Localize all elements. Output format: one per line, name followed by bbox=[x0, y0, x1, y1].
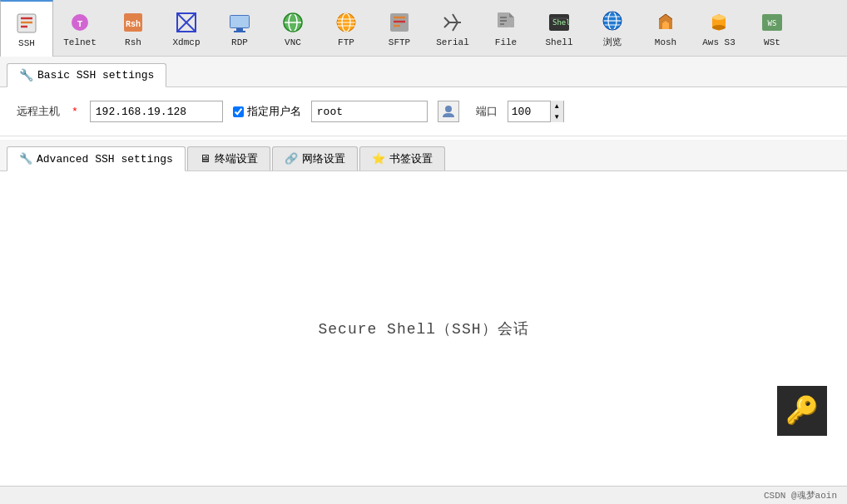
toolbar-mosh[interactable]: Mosh bbox=[639, 0, 692, 56]
toolbar: SSH T Telnet Rsh Rsh Xdmc bbox=[0, 0, 847, 57]
toolbar-ws[interactable]: WS WSt bbox=[745, 0, 799, 56]
svg-point-44 bbox=[712, 15, 726, 20]
svg-text:Rsh: Rsh bbox=[126, 20, 141, 29]
toolbar-serial-label: Serial bbox=[436, 37, 469, 47]
svg-rect-12 bbox=[236, 28, 243, 31]
svg-rect-14 bbox=[230, 16, 249, 27]
toolbar-file[interactable]: File bbox=[479, 0, 532, 56]
toolbar-ws-label: WSt bbox=[764, 37, 780, 47]
toolbar-xdmcp[interactable]: Xdmcp bbox=[160, 0, 213, 56]
svg-point-45 bbox=[712, 25, 726, 30]
shell-icon: Shell bbox=[546, 9, 572, 36]
terminal-label: 终端设置 bbox=[215, 151, 258, 166]
port-label: 端口 bbox=[476, 104, 498, 119]
user-icon-button[interactable] bbox=[438, 101, 459, 122]
center-content: Secure Shell（SSH）会话 🔑 bbox=[0, 171, 847, 486]
toolbar-ftp[interactable]: FTP bbox=[319, 0, 373, 56]
watermark-text: CSDN @魂梦aoin bbox=[764, 489, 837, 502]
ftp-icon bbox=[333, 9, 359, 36]
host-required-star: * bbox=[72, 106, 78, 118]
toolbar-ssh-label: SSH bbox=[18, 38, 35, 48]
ws-icon: WS bbox=[759, 9, 785, 36]
toolbar-rsh-label: Rsh bbox=[125, 37, 141, 47]
svg-rect-13 bbox=[234, 31, 245, 32]
file-icon bbox=[493, 9, 519, 36]
toolbar-mosh-label: Mosh bbox=[655, 37, 676, 47]
settings-form-row: 远程主机 * 指定用户名 端口 bbox=[17, 101, 830, 122]
username-checkbox-text: 指定用户名 bbox=[247, 104, 301, 119]
toolbar-vnc-label: VNC bbox=[285, 37, 301, 47]
svg-point-48 bbox=[445, 106, 452, 112]
toolbar-awss3-label: Aws S3 bbox=[702, 37, 736, 47]
svg-text:Shell: Shell bbox=[552, 18, 571, 27]
toolbar-telnet[interactable]: T Telnet bbox=[53, 0, 106, 56]
browser-icon bbox=[599, 7, 626, 34]
toolbar-sftp[interactable]: SFTP bbox=[373, 0, 426, 56]
rsh-icon: Rsh bbox=[120, 9, 146, 36]
ssh-icon bbox=[13, 10, 40, 37]
sftp-icon bbox=[386, 9, 413, 36]
bookmark-label: 书签设置 bbox=[389, 151, 433, 166]
key-icon: 🔑 bbox=[785, 394, 819, 427]
port-spinners: ▲ ▼ bbox=[550, 101, 563, 122]
basic-settings-tab-label: Basic SSH settings bbox=[37, 69, 154, 82]
toolbar-browser-label: 浏览 bbox=[603, 36, 622, 48]
toolbar-shell-label: Shell bbox=[545, 37, 572, 47]
toolbar-serial[interactable]: Serial bbox=[426, 0, 479, 56]
toolbar-sftp-label: SFTP bbox=[389, 37, 410, 47]
svg-marker-30 bbox=[509, 12, 514, 17]
ssh-session-label: Secure Shell（SSH）会话 bbox=[318, 319, 528, 338]
bookmark-tab[interactable]: ⭐ 书签设置 bbox=[359, 146, 445, 170]
key-icon-box: 🔑 bbox=[777, 386, 827, 436]
port-input[interactable] bbox=[508, 101, 550, 121]
xdmcp-icon bbox=[173, 9, 200, 36]
terminal-tab[interactable]: 🖥 终端设置 bbox=[187, 146, 270, 170]
username-checkbox-label[interactable]: 指定用户名 bbox=[233, 104, 301, 119]
toolbar-browser[interactable]: 浏览 bbox=[586, 0, 639, 56]
adv-ssh-label: Advanced SSH settings bbox=[37, 153, 173, 166]
toolbar-rdp-label: RDP bbox=[231, 37, 248, 47]
basic-settings-tab-icon: 🔧 bbox=[19, 68, 33, 82]
adv-ssh-icon: 🔧 bbox=[19, 152, 32, 166]
port-spin-up[interactable]: ▲ bbox=[550, 101, 563, 111]
toolbar-vnc[interactable]: VNC bbox=[266, 0, 319, 56]
port-input-wrap: ▲ ▼ bbox=[508, 101, 564, 122]
mosh-icon bbox=[652, 9, 679, 36]
svg-text:WS: WS bbox=[768, 19, 777, 27]
username-input[interactable] bbox=[311, 101, 428, 122]
toolbar-rdp[interactable]: RDP bbox=[213, 0, 266, 56]
rdp-icon bbox=[226, 9, 253, 36]
host-input[interactable] bbox=[90, 101, 223, 122]
toolbar-ftp-label: FTP bbox=[338, 37, 354, 47]
main-content: 🔧 Basic SSH settings 远程主机 * 指定用户名 bbox=[0, 57, 847, 504]
vnc-icon bbox=[280, 9, 306, 36]
advanced-tabs-bar: 🔧 Advanced SSH settings 🖥 终端设置 🔗 网络设置 ⭐ … bbox=[0, 140, 847, 171]
adv-ssh-tab[interactable]: 🔧 Advanced SSH settings bbox=[7, 146, 186, 171]
port-spin-down[interactable]: ▼ bbox=[550, 111, 563, 122]
telnet-icon: T bbox=[67, 9, 93, 36]
toolbar-telnet-label: Telnet bbox=[63, 37, 97, 47]
toolbar-shell[interactable]: Shell Shell bbox=[532, 0, 586, 56]
svg-text:T: T bbox=[77, 19, 83, 29]
svg-rect-31 bbox=[509, 17, 514, 27]
basic-settings-tab-bar: 🔧 Basic SSH settings bbox=[0, 57, 847, 87]
svg-rect-29 bbox=[498, 12, 509, 27]
toolbar-file-label: File bbox=[495, 37, 517, 47]
serial-icon bbox=[439, 9, 466, 36]
network-icon: 🔗 bbox=[285, 152, 298, 166]
footer: CSDN @魂梦aoin bbox=[0, 486, 847, 504]
toolbar-ssh[interactable]: SSH bbox=[0, 0, 53, 57]
bookmark-icon: ⭐ bbox=[372, 152, 385, 166]
network-tab[interactable]: 🔗 网络设置 bbox=[272, 146, 358, 170]
basic-ssh-settings-tab[interactable]: 🔧 Basic SSH settings bbox=[7, 63, 166, 87]
toolbar-awss3[interactable]: Aws S3 bbox=[692, 0, 745, 56]
host-label: 远程主机 bbox=[17, 104, 60, 119]
username-checkbox[interactable] bbox=[233, 106, 244, 117]
awss3-icon bbox=[706, 9, 732, 36]
terminal-icon: 🖥 bbox=[200, 153, 211, 166]
toolbar-rsh[interactable]: Rsh Rsh bbox=[106, 0, 160, 56]
basic-settings-form: 远程主机 * 指定用户名 端口 bbox=[0, 87, 847, 136]
toolbar-xdmcp-label: Xdmcp bbox=[172, 37, 200, 47]
network-label: 网络设置 bbox=[302, 151, 345, 166]
